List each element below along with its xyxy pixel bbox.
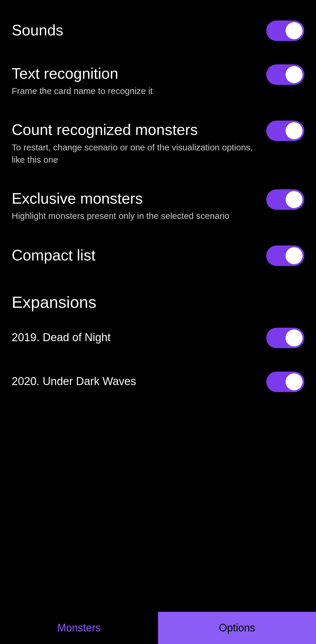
exclusive-monsters-slider [266, 189, 304, 210]
exclusive-monsters-subtitle: Highlight monsters present only in the s… [12, 210, 255, 222]
compact-list-row: Compact list [12, 234, 304, 278]
exclusive-monsters-text: Exclusive monsters Highlight monsters pr… [12, 189, 266, 222]
expansions-section: Expansions [12, 278, 304, 316]
settings-container: Sounds Text recognition Frame the card n… [0, 0, 316, 439]
expansions-title: Expansions [12, 292, 304, 312]
sounds-text: Sounds [12, 21, 266, 40]
monsters-tab-label: Monsters [57, 622, 101, 634]
count-monsters-title: Count recognized monsters [12, 121, 255, 139]
count-monsters-slider [266, 121, 304, 141]
exclusive-monsters-title: Exclusive monsters [12, 189, 255, 207]
exclusive-monsters-toggle[interactable] [266, 189, 304, 210]
sounds-row: Sounds [12, 9, 304, 53]
text-recognition-text: Text recognition Frame the card name to … [12, 64, 266, 97]
text-recognition-title: Text recognition [12, 64, 255, 83]
compact-list-title: Compact list [12, 246, 255, 264]
dead-of-night-label: 2019. Dead of Night [12, 331, 255, 344]
count-monsters-subtitle: To restart, change scenario or one of th… [12, 141, 255, 166]
compact-list-toggle[interactable] [266, 245, 304, 266]
exclusive-monsters-row: Exclusive monsters Highlight monsters pr… [12, 178, 304, 234]
tab-options[interactable]: Options [158, 612, 316, 644]
dead-of-night-row: 2019. Dead of Night [12, 316, 304, 360]
text-recognition-subtitle: Frame the card name to recognize it [12, 85, 255, 97]
text-recognition-row: Text recognition Frame the card name to … [12, 53, 304, 109]
dead-of-night-slider [266, 328, 304, 348]
bottom-nav: Monsters Options [0, 612, 316, 644]
text-recognition-slider [266, 64, 304, 85]
count-monsters-toggle[interactable] [266, 121, 304, 141]
under-dark-waves-row: 2020. Under Dark Waves [12, 360, 304, 404]
options-tab-label: Options [219, 622, 255, 634]
text-recognition-toggle[interactable] [266, 64, 304, 85]
sounds-title: Sounds [12, 21, 255, 39]
sounds-toggle[interactable] [266, 20, 304, 41]
under-dark-waves-label: 2020. Under Dark Waves [12, 375, 255, 388]
count-monsters-text: Count recognized monsters To restart, ch… [12, 121, 266, 166]
sounds-slider [266, 20, 304, 41]
dead-of-night-toggle[interactable] [266, 328, 304, 348]
dead-of-night-text: 2019. Dead of Night [12, 331, 266, 346]
under-dark-waves-slider [266, 372, 304, 392]
tab-monsters[interactable]: Monsters [0, 612, 158, 644]
under-dark-waves-toggle[interactable] [266, 372, 304, 392]
under-dark-waves-text: 2020. Under Dark Waves [12, 375, 266, 389]
count-monsters-row: Count recognized monsters To restart, ch… [12, 109, 304, 177]
compact-list-text: Compact list [12, 246, 266, 265]
compact-list-slider [266, 245, 304, 266]
